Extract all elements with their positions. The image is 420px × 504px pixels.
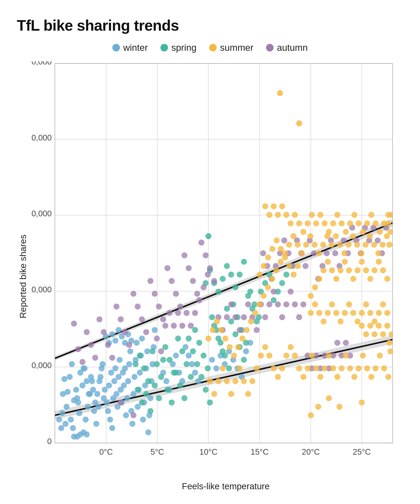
svg-point-170: [209, 314, 215, 320]
svg-point-335: [233, 314, 238, 320]
svg-point-318: [130, 412, 136, 418]
svg-text:15°C: 15°C: [251, 447, 269, 456]
svg-point-58: [87, 391, 93, 397]
svg-point-91: [126, 361, 132, 367]
legend-dot-autumn: [266, 44, 274, 51]
svg-point-500: [380, 301, 386, 307]
svg-point-353: [305, 220, 311, 226]
svg-text:30,000: 30,000: [31, 209, 52, 218]
svg-point-263: [211, 278, 217, 284]
svg-point-199: [207, 399, 213, 405]
svg-point-505: [270, 246, 275, 252]
svg-point-494: [354, 318, 360, 324]
svg-point-262: [207, 265, 213, 271]
svg-point-473: [346, 267, 352, 273]
svg-point-49: [76, 410, 82, 416]
svg-point-260: [198, 240, 204, 246]
svg-point-381: [240, 336, 245, 342]
svg-point-94: [129, 421, 135, 427]
svg-point-36: [59, 410, 65, 416]
svg-point-516: [376, 323, 382, 329]
svg-point-277: [260, 250, 266, 256]
svg-point-343: [262, 203, 268, 209]
svg-point-197: [198, 374, 204, 380]
svg-point-448: [343, 353, 349, 359]
svg-point-230: [71, 321, 77, 327]
svg-point-411: [367, 233, 373, 239]
svg-point-237: [101, 329, 107, 335]
svg-point-450: [351, 374, 357, 380]
legend: winter spring summer autumn: [17, 42, 403, 53]
svg-point-446: [334, 374, 340, 380]
svg-point-56: [83, 417, 89, 422]
svg-point-35: [65, 389, 71, 395]
svg-point-267: [167, 310, 172, 316]
svg-point-436: [292, 353, 298, 359]
svg-point-359: [330, 220, 336, 226]
svg-point-468: [325, 259, 331, 264]
svg-point-322: [266, 301, 272, 307]
svg-point-507: [278, 246, 284, 252]
svg-point-350: [292, 212, 298, 218]
svg-point-510: [291, 271, 297, 277]
svg-point-174: [226, 365, 232, 371]
svg-point-325: [279, 314, 285, 320]
svg-point-139: [189, 361, 195, 367]
svg-point-198: [203, 387, 209, 392]
svg-point-423: [237, 365, 243, 371]
svg-point-109: [145, 429, 151, 435]
svg-point-81: [116, 374, 122, 380]
svg-point-378: [227, 344, 233, 350]
svg-point-360: [334, 212, 340, 218]
svg-point-525: [386, 242, 392, 248]
svg-point-375: [214, 318, 220, 324]
svg-point-377: [222, 336, 228, 342]
svg-point-509: [287, 263, 292, 269]
svg-point-323: [271, 288, 276, 294]
svg-point-90: [125, 378, 131, 384]
svg-point-443: [322, 365, 328, 371]
svg-point-440: [309, 353, 315, 359]
svg-point-518: [384, 323, 390, 329]
svg-point-428: [258, 353, 264, 359]
svg-point-351: [296, 220, 302, 226]
svg-point-373: [205, 336, 211, 342]
svg-point-60: [94, 391, 100, 397]
svg-point-82: [117, 357, 123, 363]
chart-title: TfL bike sharing trends: [17, 17, 403, 34]
svg-point-521: [389, 212, 394, 218]
svg-point-186: [152, 382, 157, 388]
svg-point-74: [105, 408, 111, 414]
svg-point-418: [216, 378, 221, 384]
svg-point-410: [363, 242, 369, 248]
svg-point-157: [154, 361, 160, 367]
svg-point-389: [273, 267, 279, 273]
svg-point-203: [224, 306, 230, 312]
svg-point-202: [220, 348, 226, 354]
svg-point-44: [70, 425, 76, 431]
svg-point-65: [93, 421, 99, 427]
svg-point-187: [156, 395, 162, 401]
svg-point-471: [337, 267, 343, 273]
svg-point-493: [350, 310, 356, 316]
svg-text:10°C: 10°C: [199, 447, 217, 456]
svg-point-70: [104, 399, 110, 405]
svg-point-165: [188, 374, 194, 380]
svg-point-453: [364, 365, 370, 371]
svg-point-189: [164, 387, 170, 392]
svg-point-386: [261, 293, 266, 299]
svg-point-125: [116, 327, 122, 333]
svg-point-241: [118, 316, 124, 322]
svg-point-269: [175, 310, 181, 316]
svg-point-142: [209, 357, 215, 363]
svg-point-120: [84, 432, 90, 438]
svg-point-239: [109, 355, 115, 360]
svg-point-219: [237, 271, 243, 277]
svg-point-476: [359, 259, 365, 264]
svg-point-75: [107, 417, 113, 422]
plot-container: 0 10,000 20,000 30,000 40,000 50,000 0°C…: [31, 61, 403, 492]
svg-point-266: [162, 323, 168, 329]
svg-point-249: [152, 291, 157, 297]
svg-point-168: [201, 353, 206, 359]
svg-point-319: [118, 399, 124, 405]
